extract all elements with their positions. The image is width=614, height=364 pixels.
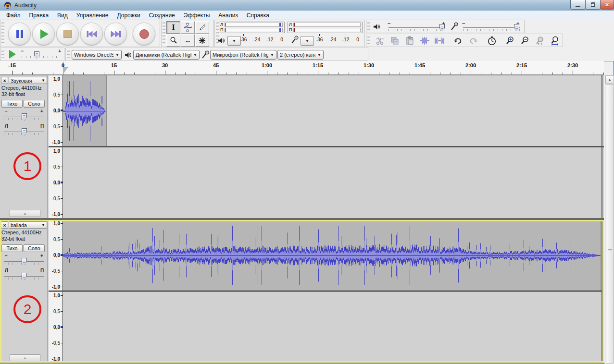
recording-meter[interactable]: Л П bbox=[288, 22, 363, 33]
track-2-solo-button[interactable]: Соло bbox=[24, 244, 45, 252]
recording-device-dropdown[interactable]: Микрофон (Realtek High Defir▼ bbox=[210, 50, 276, 60]
paste-icon bbox=[405, 36, 414, 46]
output-volume-slider[interactable] bbox=[388, 27, 445, 31]
vertical-scrollbar[interactable]: ▲ bbox=[605, 75, 614, 364]
restore-button[interactable] bbox=[585, 0, 601, 10]
menu-view[interactable]: Вид bbox=[53, 12, 72, 19]
track-1-collapse-button[interactable]: ▲ bbox=[10, 210, 40, 217]
track-1-ch1-ruler[interactable]: 1,0 0,5 0,0 -0,5 -1,0 bbox=[49, 75, 63, 146]
track-2-close-button[interactable]: × bbox=[1, 221, 8, 229]
selection-tool-button[interactable]: I bbox=[166, 21, 180, 34]
skip-end-button[interactable] bbox=[104, 23, 127, 45]
annotation-circle-2: 2 bbox=[13, 295, 41, 323]
track-2-ch1-ruler[interactable]: 1,0 0,5 0,0 -0,5 -1,0 bbox=[49, 220, 63, 291]
play-at-speed-button[interactable] bbox=[6, 49, 19, 60]
dropdown-caret-icon: ▼ bbox=[113, 53, 119, 57]
edit-toolbar-grip[interactable] bbox=[367, 36, 370, 45]
channel-divider bbox=[49, 291, 604, 292]
playback-meter-right-label: П bbox=[220, 27, 223, 33]
playback-meter-dropdown[interactable]: ▼ bbox=[227, 36, 241, 46]
stop-button[interactable] bbox=[56, 23, 79, 45]
track-1-mute-button[interactable]: Тихо bbox=[1, 100, 23, 108]
menu-help[interactable]: Справка bbox=[242, 12, 274, 19]
scrollbar-up-arrow[interactable]: ▲ bbox=[605, 75, 614, 84]
play-speed-toolbar-grip[interactable] bbox=[1, 50, 4, 59]
track-1-close-button[interactable]: × bbox=[1, 77, 8, 84]
timer-record-button[interactable] bbox=[485, 35, 499, 47]
play-button[interactable] bbox=[32, 23, 55, 45]
cut-button[interactable] bbox=[373, 35, 387, 47]
audio-host-dropdown[interactable]: Windows DirectSo▼ bbox=[72, 50, 122, 60]
track-right-border bbox=[601, 220, 602, 363]
time-shift-icon: ↔ bbox=[185, 36, 191, 44]
trim-button[interactable] bbox=[417, 35, 432, 47]
play-at-speed-toolbar: − + bbox=[0, 48, 64, 61]
output-volume-min-label: − bbox=[388, 21, 390, 26]
mixer-toolbar-grip[interactable] bbox=[367, 22, 370, 31]
close-button[interactable]: × bbox=[600, 0, 614, 10]
menu-bar: Файл Правка Вид Управление Дорожки Созда… bbox=[0, 11, 614, 20]
track-1-ch2-ruler[interactable]: 1,0 0,5 0,0 -0,5 -1,0 bbox=[49, 147, 63, 218]
envelope-tool-button[interactable] bbox=[181, 21, 195, 34]
playback-meter-right-bar bbox=[225, 28, 283, 32]
draw-tool-button[interactable] bbox=[195, 21, 209, 34]
dropdown-caret-icon: ▼ bbox=[315, 53, 321, 57]
redo-button[interactable] bbox=[466, 35, 480, 47]
transport-toolbar-grip[interactable] bbox=[1, 22, 4, 45]
copy-button[interactable] bbox=[388, 35, 402, 47]
zoom-out-button[interactable] bbox=[518, 35, 532, 47]
menu-generate[interactable]: Создание bbox=[145, 12, 179, 19]
play-icon bbox=[40, 29, 49, 39]
scale-label: 0 bbox=[280, 37, 283, 42]
audacity-window: Audacity × Файл Правка Вид Управление До… bbox=[0, 0, 614, 364]
recording-channels-dropdown[interactable]: 2 (стерео) канал▼ bbox=[277, 50, 324, 60]
scrollbar-thumb[interactable] bbox=[606, 84, 614, 364]
silence-button[interactable] bbox=[432, 35, 447, 47]
playback-meter-left-bar bbox=[225, 23, 283, 27]
undo-button[interactable] bbox=[451, 35, 465, 47]
track-1-name-menu[interactable]: Звуковая ▼ bbox=[9, 77, 47, 84]
multi-tool-button[interactable] bbox=[195, 34, 209, 47]
menu-file[interactable]: Файл bbox=[2, 12, 25, 19]
waveform-track2-ch2[interactable] bbox=[63, 220, 601, 291]
device-toolbar-grip[interactable] bbox=[67, 50, 70, 59]
fit-project-icon bbox=[550, 36, 560, 46]
fit-selection-button[interactable] bbox=[533, 35, 547, 47]
tools-toolbar-grip[interactable] bbox=[163, 22, 165, 45]
track-2-mute-button[interactable]: Тихо bbox=[1, 244, 23, 252]
zoom-in-button[interactable] bbox=[503, 35, 517, 47]
input-volume-slider[interactable] bbox=[463, 27, 520, 31]
skip-end-icon bbox=[111, 31, 121, 37]
track-1-solo-button[interactable]: Соло bbox=[24, 100, 45, 108]
timeline-ruler[interactable]: -15 0 15 30 45 1:00 1:15 1:30 1:45 2:00 … bbox=[0, 61, 604, 75]
playhead-cursor[interactable] bbox=[63, 67, 68, 74]
device-toolbar: Windows DirectSo▼ Динамики (Realtek High… bbox=[65, 48, 368, 61]
playback-meter-left-label: Л bbox=[220, 22, 223, 27]
playback-device-dropdown[interactable]: Динамики (Realtek High Defin▼ bbox=[133, 50, 200, 60]
timeline-label: 1:45 bbox=[414, 62, 425, 68]
minimize-button[interactable] bbox=[570, 0, 586, 10]
playback-meter[interactable]: Л П bbox=[219, 22, 285, 33]
record-button[interactable] bbox=[133, 23, 155, 45]
recording-meter-dropdown[interactable]: ▼ bbox=[301, 36, 314, 46]
pause-button[interactable] bbox=[8, 23, 31, 45]
paste-button[interactable] bbox=[402, 35, 417, 47]
skip-start-button[interactable] bbox=[80, 23, 103, 45]
recording-meter-right-bar bbox=[293, 28, 361, 32]
track-2-collapse-button[interactable]: ▲ bbox=[10, 354, 40, 362]
title-bar[interactable]: Audacity × bbox=[0, 0, 614, 11]
menu-effects[interactable]: Эффекты bbox=[179, 12, 214, 19]
play-speed-slider[interactable] bbox=[22, 55, 60, 58]
track-2-name-menu[interactable]: ballada ▼ bbox=[9, 221, 47, 229]
play-at-speed-icon bbox=[9, 50, 16, 59]
menu-transport[interactable]: Управление bbox=[72, 12, 113, 19]
menu-tracks[interactable]: Дорожки bbox=[113, 12, 145, 19]
menu-edit[interactable]: Правка bbox=[25, 12, 53, 19]
track-2-gain-max: + bbox=[40, 253, 43, 258]
track-2-ch2-ruler[interactable]: 1,0 0,5 0,0 -0,5 -1,0 bbox=[49, 292, 63, 363]
waveform-track1-ch2[interactable] bbox=[63, 75, 601, 146]
menu-analyze[interactable]: Анализ bbox=[214, 12, 242, 19]
zoom-tool-button[interactable] bbox=[166, 34, 180, 47]
fit-project-button[interactable] bbox=[548, 35, 562, 47]
time-shift-tool-button[interactable]: ↔ bbox=[181, 34, 195, 47]
